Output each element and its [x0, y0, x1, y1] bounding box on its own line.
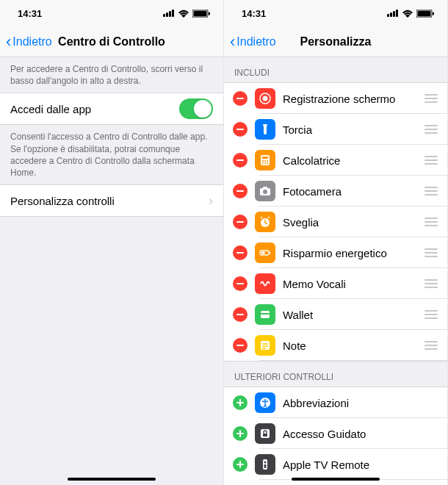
- back-label: Indietro: [236, 35, 275, 48]
- status-bar: 14:31: [224, 0, 447, 26]
- item-label: Torcia: [283, 123, 416, 136]
- more-controls-list: AbbreviazioniAccesso GuidatoApple TV Rem…: [224, 387, 447, 485]
- remote-icon: [255, 454, 275, 475]
- access-toggle[interactable]: [179, 98, 213, 119]
- wallet-icon: [255, 304, 275, 325]
- add-button[interactable]: [233, 457, 248, 472]
- list-item[interactable]: Registrazione schermo: [224, 83, 447, 114]
- add-button[interactable]: [233, 426, 248, 441]
- drag-handle[interactable]: [424, 187, 438, 195]
- chevron-left-icon: ‹: [230, 34, 235, 50]
- status-bar: 14:31: [0, 0, 223, 26]
- content[interactable]: INCLUDI Registrazione schermoTorciaCalco…: [224, 57, 447, 485]
- battery-icon: [255, 242, 275, 263]
- item-label: Wallet: [283, 309, 416, 321]
- nav-bar: ‹ Indietro Centro di Controllo: [0, 26, 223, 57]
- signal-icon: [387, 10, 399, 17]
- svg-point-26: [267, 162, 268, 164]
- drag-handle[interactable]: [424, 94, 438, 103]
- list-item[interactable]: Accesso Guidato: [224, 418, 447, 449]
- note-icon: [255, 335, 275, 356]
- svg-rect-40: [261, 313, 270, 315]
- memo-icon: [255, 273, 275, 294]
- intro-text: Per accedere a Centro di Controllo, scor…: [0, 57, 223, 93]
- svg-rect-36: [270, 252, 271, 254]
- chevron-left-icon: ‹: [6, 34, 11, 50]
- remove-button[interactable]: [233, 122, 248, 137]
- svg-point-46: [264, 399, 267, 401]
- list-item[interactable]: Fotocamera: [224, 176, 447, 206]
- svg-point-25: [264, 162, 266, 164]
- status-time: 14:31: [18, 8, 42, 19]
- svg-point-21: [262, 160, 264, 162]
- remove-button[interactable]: [233, 338, 248, 353]
- home-indicator[interactable]: [292, 478, 380, 481]
- remove-button[interactable]: [233, 153, 248, 168]
- access-from-apps-cell[interactable]: Accedi dalle app: [0, 93, 223, 124]
- drag-handle[interactable]: [424, 218, 438, 226]
- drag-handle[interactable]: [424, 248, 438, 257]
- list-item[interactable]: Memo Vocali: [224, 268, 447, 299]
- item-label: Accesso Guidato: [283, 428, 438, 440]
- svg-rect-44: [239, 399, 241, 406]
- remove-button[interactable]: [233, 276, 248, 291]
- screen-customize: 14:31 ‹ Indietro Personalizza INCLUDI Re…: [224, 0, 448, 485]
- list-item[interactable]: Calcolatrice: [224, 145, 447, 176]
- access-label: Accedi dalle app: [10, 103, 179, 115]
- list-item[interactable]: Torcia: [224, 114, 447, 145]
- remove-button[interactable]: [233, 245, 248, 260]
- svg-rect-27: [236, 190, 244, 192]
- back-button[interactable]: ‹ Indietro: [6, 34, 52, 50]
- wifi-icon: [402, 10, 413, 18]
- item-label: Calcolatrice: [283, 154, 416, 167]
- drag-handle[interactable]: [424, 341, 438, 350]
- item-label: Registrazione schermo: [283, 93, 416, 105]
- battery-icon: [416, 10, 434, 18]
- screen-control-center: 14:31 ‹ Indietro Centro di Controllo Per…: [0, 0, 224, 485]
- include-header: INCLUDI: [224, 57, 447, 82]
- svg-rect-35: [261, 252, 265, 254]
- svg-rect-1: [166, 12, 168, 17]
- svg-rect-5: [194, 10, 207, 16]
- svg-rect-48: [239, 430, 241, 437]
- list-item[interactable]: Apple TV Remote: [224, 449, 447, 480]
- remove-button[interactable]: [233, 307, 248, 322]
- status-time: 14:31: [242, 8, 266, 19]
- drag-handle[interactable]: [424, 279, 438, 288]
- remove-button[interactable]: [233, 215, 248, 229]
- drag-handle[interactable]: [424, 310, 438, 319]
- list-item[interactable]: Note: [224, 330, 447, 361]
- svg-point-23: [267, 160, 268, 162]
- svg-rect-8: [390, 12, 392, 17]
- svg-rect-37: [236, 283, 244, 284]
- svg-point-24: [262, 162, 264, 164]
- svg-rect-6: [209, 12, 210, 15]
- item-label: Fotocamera: [283, 185, 416, 198]
- list-item[interactable]: Wallet: [224, 299, 447, 330]
- more-header: ULTERIORI CONTROLLI: [224, 362, 447, 387]
- status-right: [387, 10, 434, 18]
- drag-handle[interactable]: [424, 125, 438, 134]
- customize-controls-cell[interactable]: Personalizza controlli ›: [0, 185, 223, 216]
- remove-button[interactable]: [233, 91, 248, 106]
- back-label: Indietro: [12, 35, 51, 48]
- svg-rect-33: [236, 252, 244, 254]
- included-list: Registrazione schermoTorciaCalcolatriceF…: [224, 82, 447, 362]
- list-item[interactable]: Risparmio energetico: [224, 237, 447, 268]
- back-button[interactable]: ‹ Indietro: [230, 34, 276, 50]
- svg-rect-31: [236, 221, 244, 223]
- item-label: Sveglia: [283, 216, 416, 229]
- list-item[interactable]: Cronometro: [224, 480, 447, 485]
- drag-handle[interactable]: [424, 156, 438, 165]
- home-indicator[interactable]: [68, 478, 156, 481]
- lock-icon: [255, 423, 275, 444]
- item-label: Apple TV Remote: [283, 459, 438, 471]
- list-item[interactable]: Abbreviazioni: [224, 387, 447, 418]
- svg-rect-0: [163, 14, 165, 17]
- remove-button[interactable]: [233, 184, 248, 198]
- list-item[interactable]: Sveglia: [224, 206, 447, 237]
- svg-point-16: [263, 96, 268, 101]
- svg-rect-30: [263, 187, 267, 189]
- item-label: Note: [283, 340, 416, 352]
- add-button[interactable]: [233, 395, 248, 410]
